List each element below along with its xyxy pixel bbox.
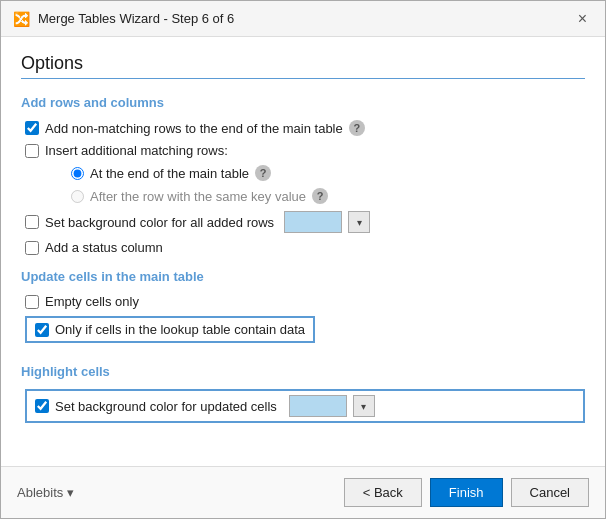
help-icon-non-matching[interactable]: ? (349, 120, 365, 136)
update-cells-label: Update cells in the main table (21, 269, 585, 284)
brand-label: Ablebits (17, 485, 63, 500)
footer: Ablebits ▾ < Back Finish Cancel (1, 466, 605, 518)
finish-button[interactable]: Finish (430, 478, 503, 507)
color-swatch-added[interactable] (284, 211, 342, 233)
bg-updated-checkbox[interactable] (35, 399, 49, 413)
window-title: Merge Tables Wizard - Step 6 of 6 (38, 11, 234, 26)
bg-color-added-label: Set background color for all added rows (45, 215, 274, 230)
radio-after[interactable] (71, 190, 84, 203)
status-column-checkbox[interactable] (25, 241, 39, 255)
highlight-cells-section: Highlight cells Set background color for… (21, 364, 585, 423)
dialog-window: 🔀 Merge Tables Wizard - Step 6 of 6 × Op… (0, 0, 606, 519)
color-picker-added: ▾ (284, 211, 370, 233)
update-cells-section: Update cells in the main table Empty cel… (21, 269, 585, 350)
option-radio-after: After the row with the same key value ? (21, 188, 585, 204)
footer-buttons: < Back Finish Cancel (344, 478, 589, 507)
radio-end-label: At the end of the main table (90, 166, 249, 181)
title-bar: 🔀 Merge Tables Wizard - Step 6 of 6 × (1, 1, 605, 37)
color-dropdown-arrow-added[interactable]: ▾ (348, 211, 370, 233)
bg-color-added-checkbox[interactable] (25, 215, 39, 229)
option-status-column: Add a status column (21, 240, 585, 255)
window-icon: 🔀 (13, 11, 30, 27)
status-column-label: Add a status column (45, 240, 163, 255)
title-bar-left: 🔀 Merge Tables Wizard - Step 6 of 6 (13, 11, 234, 27)
bg-updated-label: Set background color for updated cells (55, 399, 277, 414)
add-rows-section: Add rows and columns Add non-matching ro… (21, 95, 585, 255)
add-non-matching-label: Add non-matching rows to the end of the … (45, 121, 343, 136)
color-picker-updated: ▾ (289, 395, 375, 417)
only-if-cells-highlighted: Only if cells in the lookup table contai… (25, 316, 315, 343)
only-if-cells-label: Only if cells in the lookup table contai… (55, 322, 305, 337)
help-icon-radio-after[interactable]: ? (312, 188, 328, 204)
radio-end[interactable] (71, 167, 84, 180)
close-button[interactable]: × (572, 9, 593, 29)
highlight-bg-color-highlighted: Set background color for updated cells ▾ (25, 389, 585, 423)
highlight-bg-color-row: Set background color for updated cells ▾ (21, 389, 585, 423)
radio-after-label: After the row with the same key value (90, 189, 306, 204)
brand-arrow: ▾ (67, 485, 74, 500)
help-icon-radio-end[interactable]: ? (255, 165, 271, 181)
page-title: Options (21, 53, 585, 74)
ablebits-brand[interactable]: Ablebits ▾ (17, 485, 74, 500)
empty-cells-checkbox[interactable] (25, 295, 39, 309)
insert-additional-label: Insert additional matching rows: (45, 143, 228, 158)
only-if-cells-checkbox[interactable] (35, 323, 49, 337)
content-area: Options Add rows and columns Add non-mat… (1, 37, 605, 466)
option-bg-color-added: Set background color for all added rows … (21, 211, 585, 233)
highlight-cells-label: Highlight cells (21, 364, 585, 379)
add-rows-label: Add rows and columns (21, 95, 585, 110)
empty-cells-label: Empty cells only (45, 294, 139, 309)
color-dropdown-arrow-updated[interactable]: ▾ (353, 395, 375, 417)
color-swatch-updated[interactable] (289, 395, 347, 417)
option-only-if-cells: Only if cells in the lookup table contai… (21, 316, 585, 350)
back-button[interactable]: < Back (344, 478, 422, 507)
cancel-button[interactable]: Cancel (511, 478, 589, 507)
insert-additional-checkbox[interactable] (25, 144, 39, 158)
add-non-matching-checkbox[interactable] (25, 121, 39, 135)
option-radio-end: At the end of the main table ? (21, 165, 585, 181)
option-insert-additional: Insert additional matching rows: (21, 143, 585, 158)
option-add-non-matching: Add non-matching rows to the end of the … (21, 120, 585, 136)
divider (21, 78, 585, 79)
option-empty-cells: Empty cells only (21, 294, 585, 309)
